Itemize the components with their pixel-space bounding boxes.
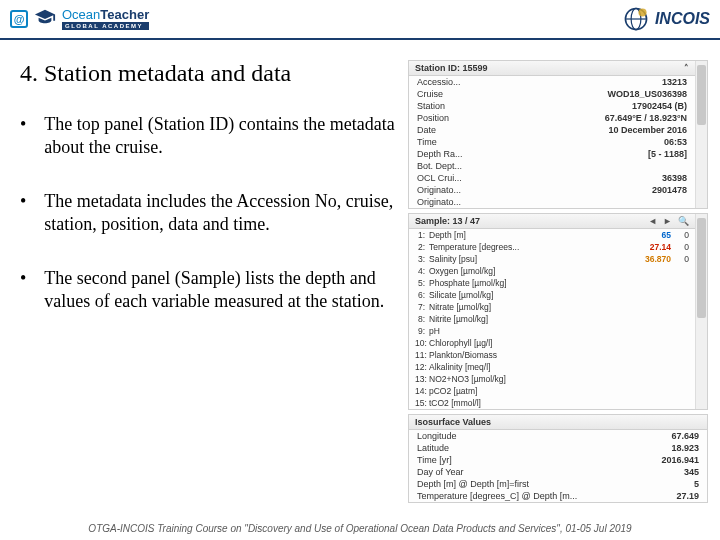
- sample-row: 15:tCO2 [mmol/l]: [409, 397, 695, 409]
- iso-row: Temperature [degrees_C] @ Depth [m...27.…: [409, 490, 707, 502]
- screenshot-panels: Station ID: 15599 ˄ Accessio...13213Crui…: [408, 60, 708, 503]
- slide-title: 4. Station metadata and data: [20, 60, 398, 87]
- slide-footer: OTGA-INCOIS Training Course on "Discover…: [0, 523, 720, 534]
- bullet-item: •The top panel (Station ID) contains the…: [20, 113, 398, 160]
- slide-header: @ OceanTeacher GLOBAL ACADEMY INCOIS: [0, 0, 720, 40]
- oceanteacher-logo: @ OceanTeacher GLOBAL ACADEMY: [10, 8, 149, 30]
- sample-row: 10:Chlorophyll [µg/l]: [409, 337, 695, 349]
- scrollbar[interactable]: [695, 214, 707, 409]
- sample-row: 13:NO2+NO3 [µmol/kg]: [409, 373, 695, 385]
- sample-row: 7:Nitrate [µmol/kg]: [409, 301, 695, 313]
- svg-point-3: [638, 8, 646, 16]
- sample-row: 11:Plankton/Biomass: [409, 349, 695, 361]
- oceanteacher-text: OceanTeacher GLOBAL ACADEMY: [62, 8, 149, 30]
- sample-row: 1:Depth [m]650: [409, 229, 695, 241]
- station-panel-header: Station ID: 15599 ˄: [409, 61, 695, 76]
- station-row: Bot. Dept...: [409, 160, 695, 172]
- station-row: Originato...: [409, 196, 695, 208]
- sample-row: 5:Phosphate [µmol/kg]: [409, 277, 695, 289]
- sample-panel: Sample: 13 / 47 ◄ ► 🔍 1:Depth [m]6502:Te…: [408, 213, 708, 410]
- sample-row: 14:pCO2 [µatm]: [409, 385, 695, 397]
- iso-row: Latitude18.923: [409, 442, 707, 454]
- iso-row: Depth [m] @ Depth [m]=first5: [409, 478, 707, 490]
- search-icon[interactable]: 🔍: [678, 216, 689, 226]
- station-panel: Station ID: 15599 ˄ Accessio...13213Crui…: [408, 60, 708, 209]
- bullet-list: •The top panel (Station ID) contains the…: [20, 113, 398, 313]
- sample-row: 6:Silicate [µmol/kg]: [409, 289, 695, 301]
- iso-row: Longitude67.649: [409, 430, 707, 442]
- prev-icon[interactable]: ◄: [648, 216, 657, 226]
- iso-row: Time [yr]2016.941: [409, 454, 707, 466]
- station-row: Depth Ra...[5 - 1188]: [409, 148, 695, 160]
- sample-row: 2:Temperature [degrees...27.140: [409, 241, 695, 253]
- station-row: CruiseWOD18_US036398: [409, 88, 695, 100]
- incois-logo: INCOIS: [623, 6, 710, 32]
- isosurface-panel-header: Isosurface Values: [409, 415, 707, 430]
- isosurface-panel: Isosurface Values Longitude67.649Latitud…: [408, 414, 708, 503]
- iso-row: Day of Year345: [409, 466, 707, 478]
- chevron-up-icon[interactable]: ˄: [684, 63, 689, 73]
- station-row: OCL Crui...36398: [409, 172, 695, 184]
- station-row: Accessio...13213: [409, 76, 695, 88]
- graduation-cap-icon: [34, 8, 56, 30]
- bullet-item: •The metadata includes the Accession No,…: [20, 190, 398, 237]
- sample-row: 4:Oxygen [µmol/kg]: [409, 265, 695, 277]
- incois-text: INCOIS: [655, 10, 710, 28]
- bullet-item: •The second panel (Sample) lists the dep…: [20, 267, 398, 314]
- sample-panel-header: Sample: 13 / 47 ◄ ► 🔍: [409, 214, 695, 229]
- scrollbar[interactable]: [695, 61, 707, 208]
- station-row: Time06:53: [409, 136, 695, 148]
- station-row: Date10 December 2016: [409, 124, 695, 136]
- sample-row: 8:Nitrite [µmol/kg]: [409, 313, 695, 325]
- sample-row: 3:Salinity [psu]36.8700: [409, 253, 695, 265]
- next-icon[interactable]: ►: [663, 216, 672, 226]
- station-row: Position67.649°E / 18.923°N: [409, 112, 695, 124]
- station-row: Station17902454 (B): [409, 100, 695, 112]
- globe-icon: [623, 6, 649, 32]
- at-icon: @: [10, 10, 28, 28]
- station-row: Originato...2901478: [409, 184, 695, 196]
- sample-row: 9:pH: [409, 325, 695, 337]
- sample-row: 12:Alkalinity [meq/l]: [409, 361, 695, 373]
